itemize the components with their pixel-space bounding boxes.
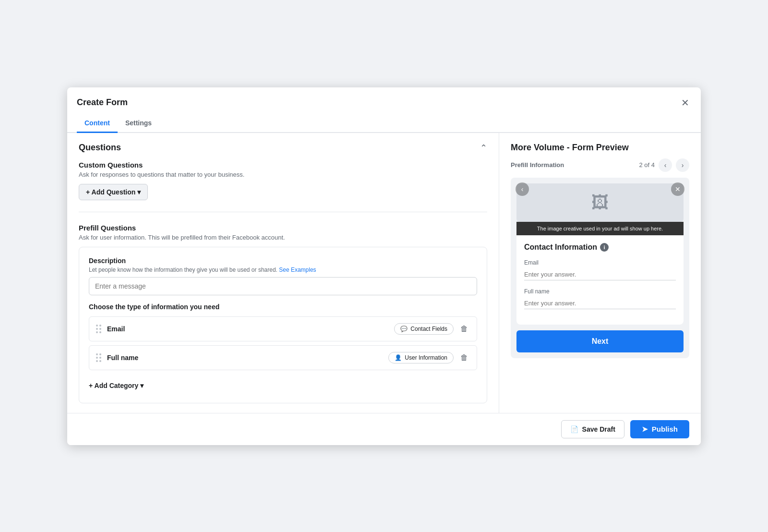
- right-panel: More Volume - Form Preview Prefill Infor…: [499, 133, 701, 413]
- email-tag-icon: 💬: [400, 326, 408, 332]
- fullname-tag-icon: 👤: [395, 354, 402, 361]
- modal-tabs: Content Settings: [67, 114, 701, 133]
- fullname-field-tag: 👤 User Information: [388, 352, 454, 363]
- preview-email-group: Email: [524, 259, 676, 280]
- questions-section-header: Questions ⌃: [79, 143, 487, 153]
- email-field-name: Email: [107, 325, 394, 333]
- email-field-tag: 💬 Contact Fields: [394, 323, 454, 335]
- add-question-button[interactable]: + Add Question ▾: [79, 184, 148, 200]
- questions-title: Questions: [79, 143, 121, 153]
- custom-questions-desc: Ask for responses to questions that matt…: [79, 171, 487, 178]
- tab-settings[interactable]: Settings: [118, 114, 159, 133]
- modal-header: Create Form ✕: [67, 87, 701, 110]
- preview-email-input[interactable]: [524, 269, 676, 280]
- add-category-label: + Add Category ▾: [89, 382, 144, 389]
- prefill-questions-block: Prefill Questions Ask for user informati…: [79, 224, 487, 403]
- preview-email-label: Email: [524, 259, 676, 266]
- preview-nav-controls: 2 of 4 ‹ ›: [639, 158, 689, 172]
- prefill-form-card: Description Let people know how the info…: [79, 247, 487, 403]
- see-examples-link[interactable]: See Examples: [279, 266, 316, 273]
- add-category-button[interactable]: + Add Category ▾: [89, 378, 144, 393]
- modal-title: Create Form: [77, 97, 128, 108]
- left-panel: Questions ⌃ Custom Questions Ask for res…: [67, 133, 499, 413]
- modal-body: Questions ⌃ Custom Questions Ask for res…: [67, 133, 701, 413]
- preview-step-count: 2 of 4: [639, 161, 655, 169]
- phone-back-button[interactable]: ‹: [516, 182, 529, 196]
- email-drag-handle[interactable]: [96, 325, 101, 333]
- publish-button[interactable]: ➤ Publish: [630, 420, 689, 438]
- questions-collapse-button[interactable]: ⌃: [480, 143, 487, 153]
- preview-title: More Volume - Form Preview: [511, 143, 689, 153]
- preview-next-button[interactable]: ›: [676, 158, 689, 172]
- section-divider: [79, 212, 487, 212]
- custom-questions-block: Custom Questions Ask for responses to qu…: [79, 161, 487, 200]
- fullname-field-row: Full name 👤 User Information 🗑: [89, 345, 477, 370]
- tab-content[interactable]: Content: [77, 114, 118, 133]
- save-draft-label: Save Draft: [582, 425, 615, 433]
- preview-fullname-group: Full name: [524, 288, 676, 309]
- modal-footer: 📄 Save Draft ➤ Publish: [67, 413, 701, 445]
- email-field-row: Email 💬 Contact Fields 🗑: [89, 316, 477, 341]
- choose-type-label: Choose the type of information you need: [89, 303, 477, 311]
- fullname-drag-handle[interactable]: [96, 353, 101, 362]
- email-delete-button[interactable]: 🗑: [458, 323, 470, 335]
- fullname-field-name: Full name: [107, 354, 388, 362]
- next-button[interactable]: Next: [516, 330, 684, 352]
- info-icon: i: [600, 243, 609, 252]
- preview-prev-button[interactable]: ‹: [659, 158, 672, 172]
- image-caption: The image creative used in your ad will …: [516, 222, 684, 235]
- fullname-delete-button[interactable]: 🗑: [458, 351, 470, 364]
- image-placeholder-icon: 🖼: [591, 193, 609, 213]
- save-draft-icon: 📄: [570, 425, 578, 433]
- description-input[interactable]: [89, 277, 477, 295]
- preview-nav: Prefill Information 2 of 4 ‹ ›: [511, 158, 689, 172]
- contact-info-card: Contact Information i Email Full name: [516, 235, 684, 325]
- publish-label: Publish: [652, 425, 678, 433]
- contact-info-title: Contact Information i: [524, 243, 676, 252]
- preview-step-label: Prefill Information: [511, 161, 564, 169]
- create-form-modal: Create Form ✕ Content Settings Questions…: [67, 87, 701, 445]
- phone-close-button[interactable]: ✕: [671, 182, 684, 196]
- preview-fullname-label: Full name: [524, 288, 676, 295]
- preview-fullname-input[interactable]: [524, 298, 676, 309]
- description-block: Description Let people know how the info…: [89, 257, 477, 295]
- phone-mockup: ‹ ✕ 🖼 The image creative used in your ad…: [511, 178, 689, 358]
- add-question-label: + Add Question ▾: [86, 188, 141, 196]
- image-placeholder: 🖼: [516, 183, 684, 222]
- custom-questions-title: Custom Questions: [79, 161, 487, 169]
- publish-icon: ➤: [642, 425, 648, 434]
- description-sublabel: Let people know how the information they…: [89, 266, 477, 273]
- close-button[interactable]: ✕: [679, 95, 691, 110]
- description-label: Description: [89, 257, 477, 265]
- save-draft-button[interactable]: 📄 Save Draft: [561, 420, 624, 438]
- prefill-questions-title: Prefill Questions: [79, 224, 487, 232]
- prefill-questions-desc: Ask for user information. This will be p…: [79, 234, 487, 241]
